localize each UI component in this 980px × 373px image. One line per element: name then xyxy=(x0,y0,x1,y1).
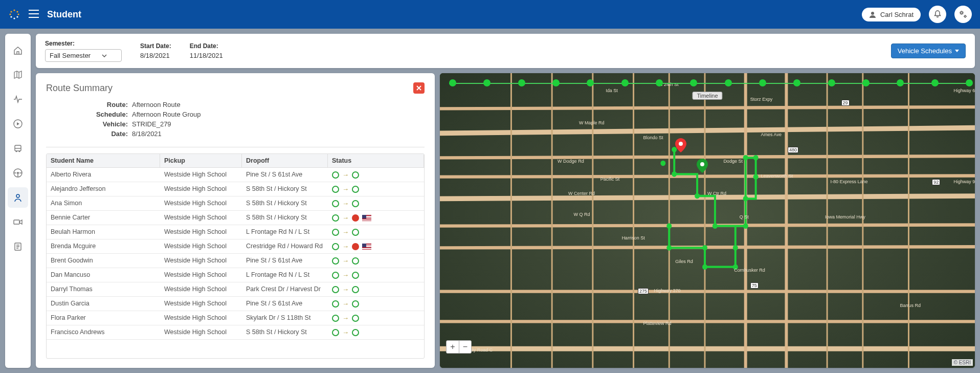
svg-point-10 xyxy=(964,15,966,17)
status-dot-pickup-icon xyxy=(332,243,339,250)
map-marker-start[interactable] xyxy=(675,138,686,149)
cell-dropoff: S 58th St / Hickory St xyxy=(242,196,328,210)
svg-line-29 xyxy=(440,247,975,248)
table-row[interactable]: Beulah HarmonWestside High SchoolL Front… xyxy=(47,225,424,239)
sidebar-item-reports[interactable] xyxy=(8,236,28,257)
arrow-icon: → xyxy=(342,257,349,265)
pin-red-icon xyxy=(675,138,686,152)
cell-student-name: Bennie Carter xyxy=(47,211,160,225)
timeline-stop[interactable] xyxy=(793,79,800,86)
cell-dropoff: Park Crest Dr / Harvest Dr xyxy=(242,282,328,296)
timeline-stop[interactable] xyxy=(690,79,697,86)
zoom-out-button[interactable]: − xyxy=(459,341,471,353)
timeline-stop[interactable] xyxy=(483,79,491,86)
svg-point-17 xyxy=(16,194,19,198)
table-row[interactable]: Bennie CarterWestside High SchoolS 58th … xyxy=(47,211,424,225)
table-row[interactable]: Alejandro JeffersonWestside High SchoolS… xyxy=(47,182,424,196)
table-row[interactable]: Brenda McguireWestside High SchoolCrestr… xyxy=(47,239,424,254)
status-dot-pickup-icon xyxy=(332,329,339,336)
semester-select[interactable]: Fall Semester xyxy=(45,49,122,62)
caret-down-icon xyxy=(955,50,959,52)
th-name[interactable]: Student Name xyxy=(47,154,160,167)
svg-point-16 xyxy=(17,172,19,174)
map-canvas[interactable]: Ida St N 24th St Storz Expy W Maple Rd B… xyxy=(440,73,975,368)
cell-student-name: Brenda Mcguire xyxy=(47,239,160,253)
sidebar-item-driver[interactable] xyxy=(8,163,28,183)
bell-icon xyxy=(933,10,942,18)
map-marker-stop[interactable] xyxy=(697,159,708,170)
video-icon xyxy=(13,217,23,227)
vehicle-schedules-button[interactable]: Vehicle Schedules xyxy=(891,43,966,58)
th-pickup[interactable]: Pickup xyxy=(160,154,242,167)
svg-point-14 xyxy=(19,151,20,152)
status-dot-pickup-icon xyxy=(332,186,339,193)
timeline-stop[interactable] xyxy=(656,79,663,86)
cell-dropoff: L Frontage Rd N / L St xyxy=(242,225,328,239)
route-value: Afternoon Route xyxy=(132,101,181,108)
timeline-stop[interactable] xyxy=(862,79,870,86)
timeline-stop[interactable] xyxy=(725,79,732,86)
table-row[interactable]: Brent GoodwinWestside High SchoolPine St… xyxy=(47,254,424,268)
cell-student-name: Flora Parker xyxy=(47,311,160,325)
svg-line-27 xyxy=(440,176,975,177)
chevron-down-icon xyxy=(102,54,107,57)
table-row[interactable]: Alberto RiveraWestside High SchoolPine S… xyxy=(47,168,424,182)
timeline-stop[interactable] xyxy=(587,79,594,86)
cell-status: → xyxy=(328,225,424,239)
settings-button[interactable] xyxy=(954,6,972,23)
notifications-button[interactable] xyxy=(929,6,946,23)
status-dot-dropoff-icon xyxy=(352,286,359,293)
timeline-stop[interactable] xyxy=(828,79,835,86)
svg-point-50 xyxy=(753,155,759,161)
page-title: Student xyxy=(47,9,81,20)
timeline-stop[interactable] xyxy=(552,79,560,86)
close-panel-button[interactable] xyxy=(413,82,425,94)
timeline-stop[interactable] xyxy=(621,79,629,86)
timeline-stop[interactable] xyxy=(449,79,456,86)
cell-status: → xyxy=(328,325,424,339)
zoom-in-button[interactable]: + xyxy=(447,341,459,353)
sidebar-item-bus[interactable] xyxy=(8,138,28,159)
activity-icon xyxy=(13,94,23,104)
timeline-stop[interactable] xyxy=(931,79,939,86)
timeline-stop[interactable] xyxy=(759,79,766,86)
table-body[interactable]: Alberto RiveraWestside High SchoolPine S… xyxy=(47,168,424,358)
timeline-stop[interactable] xyxy=(897,79,904,86)
cell-student-name: Alejandro Jefferson xyxy=(47,182,160,196)
status-dot-pickup-icon xyxy=(332,171,339,179)
close-icon xyxy=(416,85,421,91)
sidebar xyxy=(5,34,31,368)
timeline-stop[interactable] xyxy=(966,79,973,86)
sidebar-item-video[interactable] xyxy=(8,212,28,232)
cell-status: → xyxy=(328,211,424,225)
cell-pickup: Westside High School xyxy=(160,268,242,282)
status-dot-dropoff-icon xyxy=(352,186,359,193)
sidebar-item-play[interactable] xyxy=(8,114,28,134)
user-icon xyxy=(869,11,876,18)
table-row[interactable]: Francisco AndrewsWestside High SchoolS 5… xyxy=(47,325,424,340)
start-date-label: Start Date: xyxy=(140,42,171,50)
sidebar-item-student[interactable] xyxy=(8,187,28,208)
timeline-stop[interactable] xyxy=(518,79,525,86)
svg-point-44 xyxy=(672,171,677,177)
user-menu[interactable]: Carl Schrat xyxy=(862,8,921,21)
cell-pickup: Westside High School xyxy=(160,254,242,268)
table-row[interactable]: Dan MancusoWestside High SchoolL Frontag… xyxy=(47,268,424,282)
svg-point-6 xyxy=(9,13,11,15)
th-status[interactable]: Status xyxy=(328,154,424,167)
table-row[interactable]: Darryl ThomasWestside High SchoolPark Cr… xyxy=(47,282,424,297)
sidebar-item-activity[interactable] xyxy=(8,89,28,109)
route-summary-panel: Route Summary Route:Afternoon Route Sche… xyxy=(36,73,435,368)
status-dot-dropoff-icon xyxy=(352,229,359,236)
sidebar-item-map[interactable] xyxy=(8,64,28,85)
menu-toggle-icon[interactable] xyxy=(29,10,39,19)
table-row[interactable]: Dustin GarciaWestside High SchoolPine St… xyxy=(47,297,424,311)
user-name: Carl Schrat xyxy=(880,11,914,18)
table-row[interactable]: Ana SimonWestside High SchoolS 58th St /… xyxy=(47,196,424,211)
table-row[interactable]: Flora ParkerWestside High SchoolSkylark … xyxy=(47,311,424,325)
svg-line-26 xyxy=(440,156,975,158)
map-panel: Ida St N 24th St Storz Expy W Maple Rd B… xyxy=(440,73,975,368)
th-dropoff[interactable]: Dropoff xyxy=(242,154,328,167)
sidebar-item-home[interactable] xyxy=(8,40,28,60)
end-date-label: End Date: xyxy=(190,42,223,50)
